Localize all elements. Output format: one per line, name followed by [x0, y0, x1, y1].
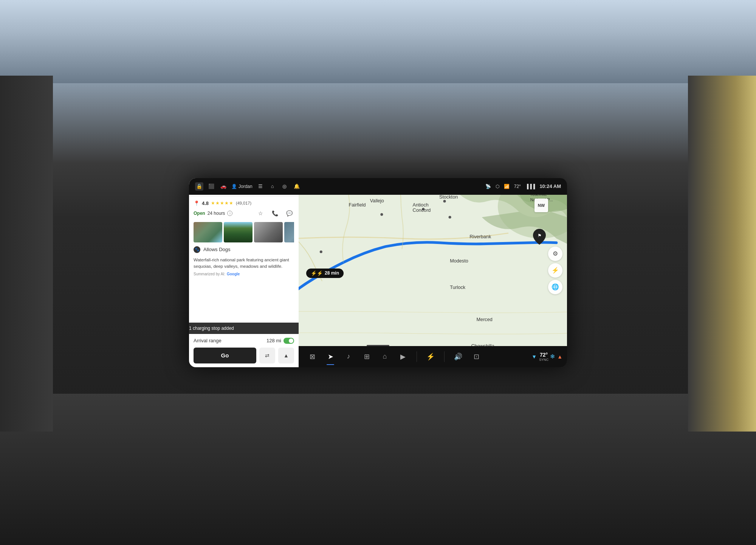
right-climate-display: 72° SYNC ❄: [539, 352, 555, 362]
arrival-label: Arrival range: [194, 338, 222, 343]
svg-text:Antioch: Antioch: [413, 202, 429, 207]
ai-summary: Summarized by AI: Google: [194, 272, 294, 276]
map-controls: ⚙ ⚡ 🌐: [548, 247, 562, 294]
svg-point-7: [449, 216, 451, 218]
svg-text:Chowchilla: Chowchilla: [471, 343, 494, 346]
compass[interactable]: NW: [534, 199, 548, 212]
wifi-icon: 📡: [485, 184, 491, 189]
go-button[interactable]: Go: [194, 348, 256, 363]
rating-count: (49,017): [236, 201, 251, 205]
apps-button[interactable]: ⊞: [361, 351, 373, 363]
route-time-label: ⚡⚡ 28 min: [306, 269, 344, 278]
svg-text:Merced: Merced: [477, 317, 493, 322]
photo-thumb-3[interactable]: [254, 222, 283, 242]
rating-stars: ★★★★★: [211, 200, 234, 206]
rating-pin-icon: 📍: [194, 200, 200, 206]
home-car-button[interactable]: ⌂: [379, 351, 391, 363]
range-toggle[interactable]: [284, 338, 294, 344]
lock-icon[interactable]: 🔒: [195, 182, 203, 191]
arrival-row: Arrival range 128 mi: [194, 334, 294, 348]
right-panel: [688, 76, 756, 432]
svg-text:Concord: Concord: [413, 208, 431, 213]
charging-banner: 1 charging stop added: [189, 323, 299, 334]
user-name: Jordan: [239, 184, 253, 189]
rating-value: 4.8: [202, 200, 209, 206]
route-options-button[interactable]: ⇄: [259, 348, 275, 363]
bluetooth-icon: ⬡: [496, 184, 499, 189]
video-button[interactable]: ▶: [397, 351, 409, 363]
signal-bars: ▐▐▐: [525, 184, 535, 189]
photo-thumb-2[interactable]: [224, 222, 253, 242]
divider-1: [417, 351, 417, 362]
destination-marker: ⚑: [533, 229, 546, 242]
hours-row: Open 24 hours i ☆ 📞 💬: [194, 208, 294, 218]
globe-button[interactable]: 🌐: [548, 280, 562, 294]
google-label: Google: [227, 272, 240, 276]
arrival-distance: 128 mi: [266, 338, 281, 343]
dashboard-top: [0, 0, 756, 83]
temperature-display: 72°: [514, 184, 521, 189]
svg-text:Modesto: Modesto: [450, 258, 468, 263]
seat-warm-button[interactable]: ⊠: [306, 351, 318, 363]
status-bar-right: 📡 ⬡ 📶 72° ▐▐▐ 10:24 AM: [485, 183, 561, 189]
save-button[interactable]: ☆: [256, 208, 265, 218]
signal-icon: 📶: [504, 184, 510, 189]
panel-content: 📍 4.8 ★★★★★ (49,017) Open 24 hours i ☆ 📞…: [189, 197, 299, 323]
status-bar-left: 🔒 ⬛ 🚗 👤 Jordan ☰ ⌂ ◎ 🔔: [195, 182, 301, 191]
route-time: 28 min: [325, 270, 339, 276]
car-icon[interactable]: 🚗: [219, 182, 228, 191]
user-icon: 👤: [231, 184, 237, 189]
dog-icon: 🐾: [194, 246, 200, 253]
allows-dogs-label: Allows Dogs: [203, 247, 231, 252]
menu-icon[interactable]: ☰: [256, 182, 265, 191]
ai-prefix: Summarized by AI:: [194, 272, 225, 276]
photo-strip: [194, 222, 294, 242]
svg-text:Riverbank: Riverbank: [469, 234, 491, 239]
settings-button[interactable]: ⚙: [548, 247, 562, 261]
allows-dogs-row: 🐾 Allows Dogs: [194, 246, 294, 253]
right-fan-icon: ❄: [550, 353, 555, 360]
svg-text:Vallejo: Vallejo: [370, 198, 384, 203]
rating-row: 📍 4.8 ★★★★★ (49,017): [194, 200, 294, 206]
right-temp-display: 72° SYNC: [539, 352, 548, 362]
status-bar: 🔒 ⬛ 🚗 👤 Jordan ☰ ⌂ ◎ 🔔 📡 ⬡ 📶 72° ▐▐▐ 10:…: [189, 178, 567, 195]
svg-text:Yosemite: Yosemite: [530, 195, 547, 197]
info-icon[interactable]: i: [227, 211, 232, 216]
home-icon[interactable]: ⌂: [268, 182, 277, 191]
share-button[interactable]: 💬: [284, 208, 294, 218]
photo-thumb-4[interactable]: [284, 222, 294, 242]
right-temp-down[interactable]: ▼: [531, 354, 537, 360]
navigation-button[interactable]: ➤: [324, 351, 336, 363]
screen-icon[interactable]: ⬛: [207, 182, 215, 191]
svg-point-6: [443, 200, 446, 202]
expand-button[interactable]: ▲: [278, 348, 294, 363]
side-panel: ‹ Yosemite National Park ✕ 📍 4.8 ★★★★★ (…: [189, 178, 299, 367]
open-badge: Open: [194, 211, 205, 216]
lightning-icon: ⚡⚡: [311, 270, 323, 276]
clock: 10:24 AM: [539, 183, 561, 189]
right-climate-control: ▼ 72° SYNC ❄ ▲: [513, 352, 562, 362]
music-button[interactable]: ♪: [342, 351, 355, 363]
place-description: Waterfall-rich national park featuring a…: [194, 257, 294, 270]
right-temp-up[interactable]: ▲: [557, 354, 562, 360]
phone-button[interactable]: 📞: [270, 208, 280, 218]
charge-button[interactable]: ⚡: [548, 263, 562, 278]
seat-heat-right-button[interactable]: ⊡: [470, 351, 482, 363]
bell-icon[interactable]: 🔔: [293, 182, 301, 191]
action-icons: ☆ 📞 💬: [256, 208, 294, 218]
svg-point-9: [320, 250, 322, 253]
photo-thumb-1[interactable]: [194, 222, 222, 242]
user-indicator[interactable]: 👤 Jordan: [231, 184, 253, 189]
main-screen: 🔒 ⬛ 🚗 👤 Jordan ☰ ⌂ ◎ 🔔 📡 ⬡ 📶 72° ▐▐▐ 10:…: [189, 178, 567, 367]
go-row: Go ⇄ ▲: [194, 348, 294, 367]
volume-button[interactable]: 🔊: [452, 351, 464, 363]
screen-handle: [367, 345, 389, 346]
svg-point-8: [380, 213, 383, 216]
charge-status-button[interactable]: ⚡: [424, 351, 437, 363]
arrival-section: Arrival range 128 mi Go ⇄ ▲: [189, 334, 299, 367]
alexa-icon[interactable]: ◎: [280, 182, 289, 191]
right-temp-value: 72°: [539, 352, 548, 358]
svg-text:Fairfield: Fairfield: [349, 202, 366, 207]
right-climate-mode: SYNC: [539, 358, 548, 362]
svg-text:Stockton: Stockton: [439, 195, 458, 200]
